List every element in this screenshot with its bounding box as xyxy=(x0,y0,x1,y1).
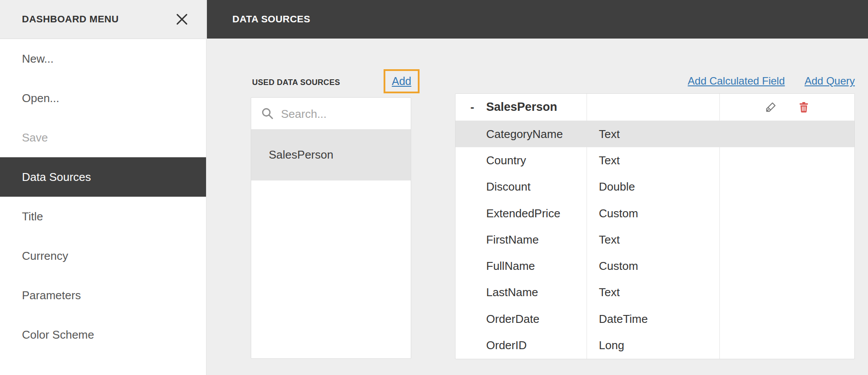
field-type-orderid[interactable]: Long xyxy=(587,332,720,358)
sidebar-item-title[interactable]: Title xyxy=(0,197,206,236)
field-name-fullname[interactable]: FullName xyxy=(455,253,587,279)
add-data-source-link[interactable]: Add xyxy=(392,75,411,88)
field-type-categoryname[interactable]: Text xyxy=(587,121,720,147)
field-type-extendedprice[interactable]: Custom xyxy=(587,200,720,226)
field-type-orderdate[interactable]: DateTime xyxy=(587,306,720,332)
used-data-sources-panel: SalesPerson xyxy=(251,97,411,359)
field-actions-categoryname[interactable] xyxy=(720,121,854,147)
field-name-firstname[interactable]: FirstName xyxy=(455,226,587,253)
sidebar-menu: New...Open...SaveData SourcesTitleCurren… xyxy=(0,39,206,354)
table-header-actions xyxy=(720,94,854,121)
field-name-orderid[interactable]: OrderID xyxy=(455,332,587,358)
collapse-toggle[interactable]: - xyxy=(470,100,479,114)
data-source-list: SalesPerson xyxy=(251,129,411,180)
source-name: SalesPerson xyxy=(486,100,557,114)
field-actions-extendedprice[interactable] xyxy=(720,200,854,226)
sidebar-item-currency[interactable]: Currency xyxy=(0,236,206,276)
topbar: DATA SOURCES xyxy=(207,0,868,39)
add-calculated-field-link[interactable]: Add Calculated Field xyxy=(688,74,785,88)
page-title: DATA SOURCES xyxy=(207,0,868,39)
fields-table: - SalesPerson CategoryNameTextCountryTex… xyxy=(455,93,855,359)
field-type-firstname[interactable]: Text xyxy=(587,226,720,253)
sidebar-header: DASHBOARD MENU xyxy=(0,0,206,39)
pencil-icon[interactable] xyxy=(765,101,777,113)
field-name-categoryname[interactable]: CategoryName xyxy=(455,121,587,147)
table-header-source: - SalesPerson xyxy=(455,94,587,121)
dashboard-menu-sidebar: DASHBOARD MENU New...Open...SaveData Sou… xyxy=(0,0,206,375)
field-type-fullname[interactable]: Custom xyxy=(587,253,720,279)
field-name-lastname[interactable]: LastName xyxy=(455,279,587,306)
sidebar-item-color-scheme[interactable]: Color Scheme xyxy=(0,315,206,354)
field-name-extendedprice[interactable]: ExtendedPrice xyxy=(455,200,587,226)
sidebar-item-new[interactable]: New... xyxy=(0,39,206,78)
search-icon xyxy=(261,107,274,120)
field-actions-discount[interactable] xyxy=(720,174,854,200)
add-query-link[interactable]: Add Query xyxy=(804,74,855,88)
sidebar-item-save: Save xyxy=(0,118,206,157)
sidebar-item-data-sources[interactable]: Data Sources xyxy=(0,157,206,197)
field-type-discount[interactable]: Double xyxy=(587,174,720,200)
field-actions-orderid[interactable] xyxy=(720,332,854,358)
close-icon[interactable] xyxy=(174,12,189,27)
field-actions-orderdate[interactable] xyxy=(720,306,854,332)
table-action-links: Add Calculated Field Add Query xyxy=(688,74,855,88)
sidebar-title: DASHBOARD MENU xyxy=(22,0,119,39)
data-source-item-salesperson[interactable]: SalesPerson xyxy=(251,129,411,180)
field-actions-country[interactable] xyxy=(720,147,854,173)
field-actions-firstname[interactable] xyxy=(720,226,854,253)
field-name-orderdate[interactable]: OrderDate xyxy=(455,306,587,332)
table-header-spacer xyxy=(587,94,720,121)
field-actions-lastname[interactable] xyxy=(720,279,854,306)
used-data-sources-label: USED DATA SOURCES xyxy=(252,75,340,89)
sidebar-item-open[interactable]: Open... xyxy=(0,78,206,118)
field-name-country[interactable]: Country xyxy=(455,147,587,173)
field-name-discount[interactable]: Discount xyxy=(455,174,587,200)
field-actions-fullname[interactable] xyxy=(720,253,854,279)
add-callout-highlight: Add xyxy=(384,69,420,93)
field-type-lastname[interactable]: Text xyxy=(587,279,720,306)
search-row xyxy=(251,98,411,129)
search-input[interactable] xyxy=(280,98,400,130)
trash-icon[interactable] xyxy=(798,101,810,113)
sidebar-item-parameters[interactable]: Parameters xyxy=(0,276,206,315)
field-type-country[interactable]: Text xyxy=(587,147,720,173)
